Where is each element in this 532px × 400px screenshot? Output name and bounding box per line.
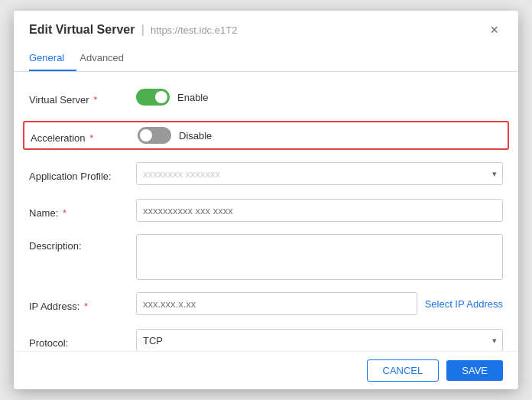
acceleration-toggle-label: Disable [179,130,212,141]
tab-general[interactable]: General [29,46,76,71]
application-profile-label: Application Profile: [29,166,136,182]
modal-header: Edit Virtual Server | https://test.idc.e… [14,11,518,46]
description-control [136,234,503,280]
protocol-control: TCP UDP HTTP HTTPS ▾ [136,329,503,351]
description-input[interactable] [136,234,503,280]
acceleration-label: Acceleration * [31,128,138,144]
modal-title: Edit Virtual Server | https://test.idc.e… [29,23,237,37]
virtual-server-row: Virtual Server * Enable [29,84,503,110]
edit-virtual-server-modal: Edit Virtual Server | https://test.idc.e… [14,11,518,389]
tab-advanced[interactable]: Advanced [79,46,136,71]
select-ip-address-button[interactable]: Select IP Address [425,298,503,310]
tabs-bar: General Advanced [14,46,518,72]
protocol-select-wrap: TCP UDP HTTP HTTPS ▾ [136,329,503,351]
protocol-label: Protocol: [29,333,136,349]
protocol-select[interactable]: TCP UDP HTTP HTTPS [136,329,503,351]
name-row: Name: * [29,197,503,223]
close-button[interactable]: × [485,21,503,38]
ip-address-label: IP Address: * [29,296,136,312]
acceleration-toggle[interactable] [138,127,171,144]
name-label: Name: * [29,203,136,219]
ip-address-input[interactable] [136,292,417,315]
description-row: Description: [29,234,503,280]
virtual-server-control: Enable [136,89,503,106]
application-profile-select[interactable]: xxxxxxxx xxxxxxx [136,162,503,185]
acceleration-toggle-group: Disable [138,127,212,144]
application-profile-control: xxxxxxxx xxxxxxx ▾ [136,162,503,185]
modal-title-separator: | [141,23,144,37]
description-label: Description: [29,234,136,252]
acceleration-row: Acceleration * Disable [23,121,509,150]
virtual-server-label: Virtual Server * [29,89,136,106]
form-body: Virtual Server * Enable [14,72,518,351]
virtual-server-toggle[interactable] [136,89,170,106]
name-control [136,199,503,222]
modal-title-text: Edit Virtual Server [29,23,135,37]
ip-address-input-group: Select IP Address [136,292,503,315]
acceleration-inner: Acceleration * Disable [31,127,501,144]
save-button[interactable]: SAVE [446,360,503,381]
modal-overlay: Edit Virtual Server | https://test.idc.e… [0,0,532,400]
application-profile-row: Application Profile: xxxxxxxx xxxxxxx ▾ [29,161,503,187]
ip-address-row: IP Address: * Select IP Address [29,291,503,317]
modal-footer: CANCEL SAVE [14,351,518,389]
virtual-server-toggle-group: Enable [136,89,208,106]
ip-address-control: Select IP Address [136,292,503,315]
cancel-button[interactable]: CANCEL [367,359,440,382]
virtual-server-toggle-label: Enable [177,92,208,103]
application-profile-select-wrap: xxxxxxxx xxxxxxx ▾ [136,162,503,185]
name-input[interactable] [136,199,503,222]
protocol-row: Protocol: TCP UDP HTTP HTTPS ▾ [29,327,503,351]
modal-subtitle: https://test.idc.e1T2 [151,24,237,36]
